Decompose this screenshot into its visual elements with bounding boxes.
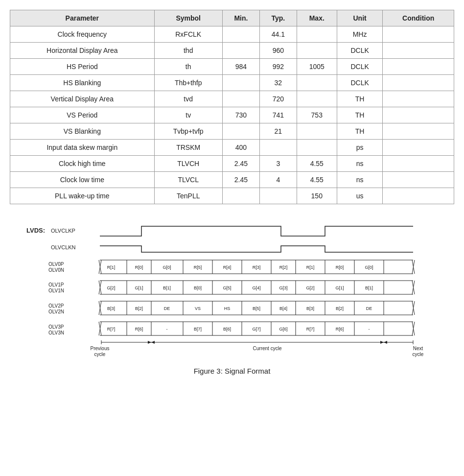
cell-r4-c1: tvd (154, 91, 222, 107)
cell-r8-c1: TLVCH (154, 156, 222, 172)
olv1-cell-9: G[1] (335, 286, 344, 290)
olv0-cell-4: R[5] (194, 265, 202, 270)
olv3-cell-8: R[7] (306, 327, 315, 332)
col-header-symbol: Symbol (154, 10, 222, 26)
cell-r7-c3 (260, 140, 297, 156)
cell-r0-c0: Clock frequency (10, 26, 155, 43)
table-row: Clock frequencyRxFCLK44.1MHz (10, 26, 454, 43)
cell-r2-c6 (383, 59, 454, 75)
olv1-cell-3: B[1] (163, 286, 171, 290)
cell-r0-c4 (297, 26, 337, 43)
cell-r9-c0: Clock low time (10, 172, 155, 188)
cell-r5-c1: tv (154, 107, 222, 123)
olv0-cell-10: G[0] (365, 265, 373, 270)
cell-r9-c1: TLVCL (154, 172, 222, 188)
olv2-cell-8: B[3] (306, 306, 314, 311)
table-row: Clock high timeTLVCH2.4534.55ns (10, 156, 454, 172)
cell-r5-c4: 753 (297, 107, 337, 123)
figure-caption: Figure 3: Signal Format (194, 367, 271, 375)
cell-r2-c5: DCLK (337, 59, 383, 75)
curr-cycle-label: Current cycle (253, 346, 282, 351)
olv3-cell-5: B[6] (223, 327, 231, 332)
cell-r5-c6 (383, 107, 454, 123)
olv3-cell-10: - (369, 327, 370, 332)
cell-r7-c0: Input data skew margin (10, 140, 155, 156)
cell-r2-c4: 1005 (297, 59, 337, 75)
signal-diagram-svg: LVDS: OLVCLKP OLVCLKN OLV0P OLV0N OLV1P … (22, 219, 442, 361)
diagram-section: LVDS: OLVCLKP OLVCLKN OLV0P OLV0N OLV1P … (10, 219, 454, 375)
olv2-cell-10: DE (366, 306, 372, 311)
cell-r0-c6 (383, 26, 454, 43)
prev-cycle-text-2: cycle (94, 352, 106, 357)
olv0-cell-5: R[4] (223, 265, 232, 270)
sig-olv2p-label: OLV2P (48, 303, 64, 309)
col-header-typ: Typ. (260, 10, 297, 26)
cell-r0-c1: RxFCLK (154, 26, 222, 43)
olv1-cell-2: G[1] (135, 286, 143, 290)
cell-r10-c5: us (337, 188, 383, 204)
cell-r9-c3: 4 (260, 172, 297, 188)
olv1-cell-7: G[3] (279, 286, 287, 290)
olv1-cell-4: B[0] (194, 286, 202, 290)
table-row: VS BlankingTvbp+tvfp21TH (10, 123, 454, 140)
cell-r6-c6 (383, 123, 454, 140)
olv0-cell-8: R[1] (306, 265, 315, 270)
sig-olv0p-label: OLV0P (48, 262, 64, 267)
cell-r0-c5: MHz (337, 26, 383, 43)
parameters-table: Parameter Symbol Min. Typ. Max. Unit Con… (10, 10, 454, 204)
table-row: Clock low timeTLVCL2.4544.55ns (10, 172, 454, 188)
cell-r1-c2 (222, 43, 259, 59)
cell-r9-c5: ns (337, 172, 383, 188)
cell-r6-c4 (297, 123, 337, 140)
olv1-cell-6: G[4] (252, 286, 260, 290)
cell-r9-c2: 2.45 (222, 172, 259, 188)
table-row: PLL wake-up timeTenPLL150us (10, 188, 454, 204)
cell-r6-c1: Tvbp+tvfp (154, 123, 222, 140)
cell-r8-c2: 2.45 (222, 156, 259, 172)
table-row: Horizontal Display Areathd960DCLK (10, 43, 454, 59)
svg-rect-0 (22, 219, 442, 361)
cell-r10-c2 (222, 188, 259, 204)
olv0-cell-6: R[3] (253, 265, 261, 270)
olv2-cell-7: B[4] (279, 306, 287, 311)
cell-r7-c2: 400 (222, 140, 259, 156)
sig-olv1n-label: OLV1N (48, 288, 64, 293)
olv0-cell-1: R[1] (107, 265, 116, 270)
olv3-cell-4: B[7] (194, 327, 202, 332)
cell-r6-c0: VS Blanking (10, 123, 155, 140)
sig-olv3p-label: OLV3P (48, 324, 64, 330)
olv0-cell-9: R[0] (336, 265, 344, 270)
cell-r8-c3: 3 (260, 156, 297, 172)
cell-r3-c2 (222, 75, 259, 91)
signal-diagram: LVDS: OLVCLKP OLVCLKN OLV0P OLV0N OLV1P … (10, 219, 454, 361)
cell-r8-c6 (383, 156, 454, 172)
next-cycle-text-1: Next (413, 346, 423, 351)
olv0-cell-2: R[0] (135, 265, 143, 270)
cell-r3-c6 (383, 75, 454, 91)
table-row: VS Periodtv730741753TH (10, 107, 454, 123)
cell-r4-c4 (297, 91, 337, 107)
cell-r4-c5: TH (337, 91, 383, 107)
olv2-cell-3: DE (164, 306, 170, 311)
cell-r3-c5: DCLK (337, 75, 383, 91)
olv0-cell-3: G[0] (162, 265, 171, 270)
cell-r0-c2 (222, 26, 259, 43)
cell-r4-c3: 720 (260, 91, 297, 107)
olv1-cell-1: G[2] (107, 286, 115, 290)
cell-r9-c6 (383, 172, 454, 188)
lvds-label: LVDS: (26, 227, 45, 234)
sig-olvclkp-label: OLVCLKP (51, 228, 75, 234)
col-header-condition: Condition (383, 10, 454, 26)
cell-r3-c3: 32 (260, 75, 297, 91)
cell-r3-c1: Thb+thfp (154, 75, 222, 91)
cell-r5-c0: VS Period (10, 107, 155, 123)
cell-r5-c2: 730 (222, 107, 259, 123)
olv3-cell-1: R[7] (107, 327, 116, 332)
olv3-cell-2: R[6] (135, 327, 143, 332)
cell-r1-c6 (383, 43, 454, 59)
olv1-cell-8: G[2] (306, 286, 314, 290)
cell-r1-c3: 960 (260, 43, 297, 59)
cell-r6-c3: 21 (260, 123, 297, 140)
cell-r1-c4 (297, 43, 337, 59)
cell-r7-c5: ps (337, 140, 383, 156)
